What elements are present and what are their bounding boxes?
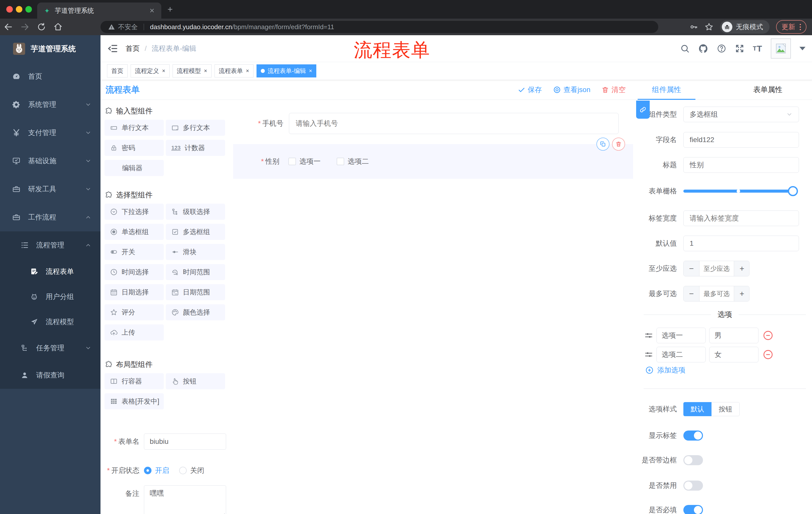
back-icon[interactable] <box>0 22 17 32</box>
status-on-radio[interactable] <box>144 467 151 474</box>
link-tab[interactable] <box>636 101 650 119</box>
view-json-button[interactable]: 查看json <box>553 85 590 94</box>
sidebar-item-user-group[interactable]: 用户分组 <box>0 284 100 309</box>
checkbox-icon[interactable] <box>337 158 344 165</box>
palette-item-table[interactable]: 表格[开发中] <box>105 393 164 409</box>
sidebar-item-process-model[interactable]: 流程模型 <box>0 309 100 334</box>
slider-track[interactable] <box>684 190 797 193</box>
forward-icon[interactable] <box>17 22 33 32</box>
sidebar-item-leave-query[interactable]: 请假查询 <box>0 361 100 389</box>
avatar-caret-icon[interactable] <box>800 47 806 50</box>
home-icon[interactable] <box>50 22 66 31</box>
canvas-field-phone[interactable]: *手机号 <box>230 113 638 134</box>
status-off-radio[interactable] <box>179 467 187 474</box>
sidebar-item-home[interactable]: 首页 <box>0 62 100 90</box>
checkbox-icon[interactable] <box>288 158 296 165</box>
update-button[interactable]: 更新 <box>776 20 807 34</box>
tag-close-icon[interactable]: × <box>309 67 312 74</box>
sidebar-item-devtools[interactable]: 研发工具 <box>0 175 100 203</box>
fullscreen-icon[interactable] <box>735 44 745 53</box>
tab-component-props[interactable]: 组件属性 <box>638 85 695 95</box>
clear-button[interactable]: 清空 <box>602 85 626 94</box>
browser-menu-icon[interactable] <box>800 24 801 30</box>
title-input[interactable] <box>684 157 799 173</box>
form-remark-textarea[interactable]: 嘿嘿 <box>144 485 226 514</box>
required-switch[interactable] <box>684 505 703 514</box>
font-size-icon[interactable]: TT <box>753 44 762 54</box>
status-off-label[interactable]: 关闭 <box>190 466 204 475</box>
github-icon[interactable] <box>698 44 708 54</box>
avatar[interactable] <box>771 38 791 59</box>
tag-home[interactable]: 首页 <box>107 64 127 77</box>
phone-input[interactable] <box>289 113 618 134</box>
component-type-select[interactable]: 多选框组 <box>684 107 799 122</box>
remove-option-button[interactable] <box>762 349 774 360</box>
drag-handle-icon[interactable] <box>644 331 653 340</box>
canvas-field-gender-selected[interactable]: *性别 选项一 选项二 <box>233 144 633 179</box>
style-default-button[interactable]: 默认 <box>684 402 712 416</box>
hamburger-fold-icon[interactable] <box>108 43 118 54</box>
sidebar-item-workflow[interactable]: 工作流程 <box>0 203 100 231</box>
tag-process-definition[interactable]: 流程定义× <box>130 64 170 77</box>
palette-item-slider[interactable]: 滑块 <box>166 244 225 260</box>
style-button-button[interactable]: 按钮 <box>712 402 740 416</box>
gender-option-1[interactable]: 选项一 <box>288 157 321 166</box>
search-icon[interactable] <box>680 44 690 53</box>
decrease-button[interactable]: − <box>684 261 699 276</box>
with-border-switch[interactable] <box>684 455 703 465</box>
palette-item-row-container[interactable]: 行容器 <box>105 373 164 389</box>
decrease-button[interactable]: − <box>684 286 699 301</box>
palette-item-time-picker[interactable]: 时间选择 <box>105 264 164 280</box>
option2-text-input[interactable] <box>657 347 706 362</box>
window-close-button[interactable] <box>6 6 13 12</box>
breadcrumb-home[interactable]: 首页 <box>126 44 140 53</box>
option1-text-input[interactable] <box>657 328 706 343</box>
sidebar-item-process-management[interactable]: 流程管理 <box>0 231 100 259</box>
browser-tab[interactable]: 芋道管理系统 <box>37 2 161 19</box>
palette-item-textarea[interactable]: 多行文本 <box>166 120 225 136</box>
disabled-switch[interactable] <box>684 481 703 491</box>
palette-item-select[interactable]: 下拉选择 <box>105 204 164 220</box>
sidebar-item-payment[interactable]: 支付管理 <box>0 119 100 147</box>
key-icon[interactable] <box>689 23 698 31</box>
tag-close-icon[interactable]: × <box>162 67 165 74</box>
grid-slider[interactable] <box>684 183 799 199</box>
increase-button[interactable]: + <box>734 286 749 301</box>
show-label-switch[interactable] <box>684 431 703 440</box>
save-button[interactable]: 保存 <box>518 85 542 94</box>
palette-item-date-range[interactable]: 日期范围 <box>166 284 225 300</box>
palette-item-rate[interactable]: 评分 <box>105 304 164 320</box>
palette-item-upload[interactable]: 上传 <box>105 324 164 341</box>
label-width-input[interactable] <box>684 211 799 226</box>
palette-item-button[interactable]: 按钮 <box>166 373 225 389</box>
sidebar-item-system[interactable]: 系统管理 <box>0 90 100 119</box>
sidebar-item-infrastructure[interactable]: 基础设施 <box>0 147 100 175</box>
tag-process-model[interactable]: 流程模型× <box>173 64 211 77</box>
palette-item-color-picker[interactable]: 颜色选择 <box>166 304 225 320</box>
slider-handle[interactable] <box>788 186 798 196</box>
drag-handle-icon[interactable] <box>644 350 653 359</box>
sidebar-item-task-management[interactable]: 任务管理 <box>0 334 100 361</box>
remove-option-button[interactable] <box>762 330 774 341</box>
option2-value-input[interactable] <box>709 347 758 362</box>
increase-button[interactable]: + <box>734 261 749 276</box>
default-value-input[interactable] <box>684 236 799 251</box>
palette-item-time-range[interactable]: 时间范围 <box>166 264 225 280</box>
new-tab-button[interactable] <box>166 5 174 13</box>
palette-item-radio-group[interactable]: 单选框组 <box>105 224 164 240</box>
sidebar-item-process-form[interactable]: 流程表单 <box>0 259 100 284</box>
duplicate-component-button[interactable] <box>597 138 609 151</box>
palette-item-editor[interactable]: 编辑器 <box>105 160 164 176</box>
reload-icon[interactable] <box>33 22 50 31</box>
option1-value-input[interactable] <box>709 328 758 343</box>
tag-process-form-edit[interactable]: 流程表单-编辑× <box>257 64 317 77</box>
sidebar-logo[interactable]: 芋道管理系统 <box>0 35 100 62</box>
help-icon[interactable] <box>717 44 726 53</box>
form-name-input[interactable] <box>144 434 226 450</box>
window-zoom-button[interactable] <box>25 6 32 12</box>
min-select-input[interactable] <box>699 261 734 276</box>
window-minimize-button[interactable] <box>16 6 22 12</box>
tab-close-icon[interactable] <box>149 7 155 14</box>
palette-item-date-picker[interactable]: 日期选择 <box>105 284 164 300</box>
palette-item-switch[interactable]: 开关 <box>105 244 164 260</box>
